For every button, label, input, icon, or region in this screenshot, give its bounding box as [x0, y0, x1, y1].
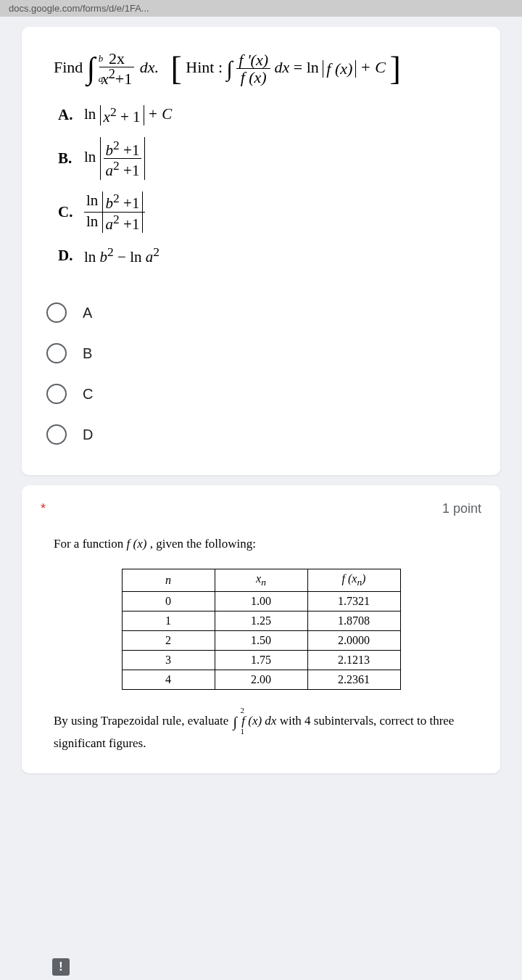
int-lower-2: 1 — [241, 725, 245, 738]
cell-x: 1.00 — [215, 592, 307, 612]
option-b: B. ln b2 +1 a2 +1 — [58, 137, 481, 180]
option-a-letter: A. — [58, 106, 84, 124]
opt-d-var1: b — [100, 248, 108, 265]
opt-d-exp2: 2 — [153, 244, 160, 259]
cell-x: 1.25 — [215, 612, 307, 631]
hint-integral-icon: ∫ — [227, 57, 233, 81]
hint-eq: = ln — [294, 58, 319, 76]
url-bar: docs.google.com/forms/d/e/1FA... — [0, 0, 522, 17]
radio-label-b: B — [83, 345, 92, 362]
opt-d-var2: a — [146, 248, 154, 265]
q2-intro-a: For a function — [54, 537, 127, 551]
opt-a-const: + 1 — [117, 108, 141, 125]
q2-post: By using Trapezoidal rule, evaluate ∫ 2 … — [54, 710, 481, 753]
required-indicator: * — [41, 501, 46, 516]
integral-sign: ∫ b a — [87, 58, 96, 79]
option-a: A. ln x2 + 1 + C — [58, 105, 481, 125]
radio-label-a: A — [83, 305, 92, 321]
cell-f: 1.8708 — [307, 612, 400, 631]
small-integral-icon: ∫ 2 1 — [233, 710, 237, 733]
table-row: 11.251.8708 — [122, 612, 400, 631]
integrand-fraction: 2x x2+1 — [99, 50, 134, 88]
opt-a-exp: 2 — [110, 104, 117, 119]
table-row: 21.502.0000 — [122, 631, 400, 651]
q1-stem: Find ∫ b a 2x x2+1 dx. [ Hint : ∫ f '(x)… — [54, 50, 481, 88]
hint-den: f (x) — [241, 68, 267, 86]
opt-c-den-const: +1 — [120, 215, 140, 233]
int-upper-2: 2 — [241, 704, 245, 717]
points-label: 1 point — [442, 501, 481, 516]
radio-option-b[interactable]: B — [41, 333, 481, 374]
radio-label-d: D — [83, 427, 93, 443]
hint-fraction: f '(x) f (x) — [236, 52, 270, 86]
q2-post-a: By using Trapezoidal rule, evaluate — [54, 714, 232, 728]
dx-label: dx. — [140, 58, 159, 76]
int-lower: a — [99, 75, 104, 82]
option-d: D. ln b2 − ln a2 — [58, 244, 481, 266]
radio-label-c: C — [83, 386, 93, 403]
cell-f: 2.2361 — [307, 670, 400, 690]
question-1-card: Find ∫ b a 2x x2+1 dx. [ Hint : ∫ f '(x)… — [22, 27, 500, 475]
cell-n: 1 — [122, 612, 215, 631]
option-c: C. ln b2 +1 ln a2 +1 — [58, 192, 481, 233]
cell-f: 2.0000 — [307, 631, 400, 651]
data-table: n xn f (xn) 01.001.7321 11.251.8708 21.5… — [122, 569, 401, 690]
opt-a-c: + C — [148, 105, 172, 123]
q2-intro-b: , given the following: — [146, 537, 256, 551]
radio-option-a[interactable]: A — [41, 292, 481, 333]
radio-icon — [46, 302, 67, 323]
cell-n: 2 — [122, 631, 215, 651]
bracket-right-icon: ] — [389, 57, 400, 82]
hint-c: + C — [360, 58, 386, 76]
cell-x: 1.50 — [215, 631, 307, 651]
opt-a-ln: ln — [84, 105, 96, 123]
q2-post-dx: dx — [262, 714, 276, 728]
table-header-row: n xn f (xn) — [122, 569, 400, 592]
opt-b-num-var: b — [106, 141, 114, 159]
radio-option-d[interactable]: D — [41, 414, 481, 455]
int-upper: b — [99, 55, 104, 62]
q2-post-b: with 4 subintervals, correct to three — [280, 714, 455, 728]
opt-c-den-var: a — [106, 215, 114, 233]
hint-fx: f (x) — [326, 59, 352, 78]
opt-d-exp1: 2 — [107, 244, 114, 259]
opt-c-fraction: ln b2 +1 ln a2 +1 — [84, 192, 145, 233]
radio-group: A B C D — [41, 292, 481, 455]
opt-d-ln1: ln — [84, 248, 100, 265]
q2-post-c: significant figures. — [54, 736, 146, 750]
cell-n: 4 — [122, 670, 215, 690]
cell-f: 2.1213 — [307, 651, 400, 670]
cell-n: 0 — [122, 592, 215, 612]
table-row: 31.752.1213 — [122, 651, 400, 670]
hint-label: Hint : — [186, 58, 223, 76]
th-n: n — [122, 569, 215, 592]
table-row: 42.002.2361 — [122, 670, 400, 690]
option-c-letter: C. — [58, 203, 84, 221]
question-2-card: * 1 point For a function f (x) , given t… — [22, 485, 500, 773]
opt-b-abs: b2 +1 a2 +1 — [100, 137, 146, 180]
opt-a-var: x — [104, 108, 110, 125]
opt-b-num-exp: 2 — [113, 138, 120, 152]
opt-c-num-var: b — [106, 194, 114, 212]
opt-b-den-exp: 2 — [113, 158, 120, 173]
option-d-letter: D. — [58, 247, 84, 265]
hint-dx: dx — [275, 58, 290, 76]
opt-b-den-var: a — [106, 162, 114, 179]
opt-a-abs: x2 + 1 — [100, 105, 144, 125]
radio-icon — [46, 384, 67, 404]
opt-c-num-ln: ln — [86, 192, 98, 209]
q2-header: * 1 point — [41, 501, 481, 516]
th-f: f (xn) — [307, 569, 400, 592]
integrand-den-const: +1 — [115, 70, 132, 88]
th-x: xn — [215, 569, 307, 592]
cell-x: 2.00 — [215, 670, 307, 690]
radio-option-c[interactable]: C — [41, 374, 481, 414]
table-row: 01.001.7321 — [122, 592, 400, 612]
integrand-den-exp: 2 — [109, 67, 115, 81]
opt-b-num-const: +1 — [120, 141, 140, 159]
integrand-num: 2x — [109, 49, 125, 67]
opt-c-num-const: +1 — [120, 194, 140, 212]
find-label: Find — [54, 58, 83, 76]
option-b-letter: B. — [58, 149, 84, 168]
cell-x: 1.75 — [215, 651, 307, 670]
